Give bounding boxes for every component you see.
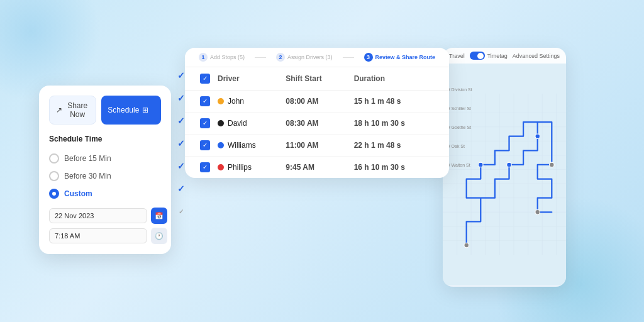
- calendar-icon: 📅: [155, 212, 164, 220]
- step-num-1: 1: [199, 53, 208, 62]
- map-route-svg: [443, 64, 566, 285]
- map-toggle[interactable]: Timetag: [470, 52, 508, 60]
- check-item-7: ✓: [171, 200, 191, 223]
- step-label-1: Add Stops (5): [210, 54, 245, 60]
- svg-point-23: [535, 210, 540, 215]
- row3-name: Williams: [228, 141, 256, 150]
- share-now-button[interactable]: ↗ Share Now: [49, 96, 96, 125]
- step-1: 1 Add Stops (5): [199, 53, 245, 62]
- schedule-card: ↗ Share Now Schedule ⊞ Schedule Time Bef…: [39, 86, 171, 254]
- street-label-3: W Goethe St: [446, 125, 471, 130]
- checkmark-5: ✓: [177, 161, 185, 171]
- radio-label-before30: Before 30 Min: [64, 172, 111, 180]
- toggle-thumb: [477, 53, 484, 59]
- row1-dot: [218, 98, 224, 104]
- radio-circle-custom: [49, 189, 59, 199]
- time-input-row: 🕐: [49, 228, 161, 244]
- svg-point-21: [479, 162, 484, 167]
- table-row[interactable]: David 08:30 AM 18 h 10 m 30 s: [185, 113, 449, 135]
- checkmark-7: ✓: [179, 208, 184, 215]
- row3-check-cell: [195, 140, 215, 150]
- header-check-cell: [195, 74, 215, 84]
- check-item-6: ✓: [171, 177, 191, 200]
- clock-icon: 🕐: [155, 232, 164, 240]
- step-3: 3 Review & Share Route: [364, 53, 436, 62]
- steps-bar: 1 Add Stops (5) 2 Assign Drivers (3) 3 R…: [185, 48, 449, 67]
- row1-name: John: [228, 97, 244, 106]
- svg-point-18: [464, 243, 469, 248]
- row2-duration: 18 h 10 m 30 s: [354, 119, 439, 128]
- row2-checkbox[interactable]: [200, 118, 210, 128]
- calendar-button[interactable]: 📅: [151, 208, 167, 224]
- share-icon: ↗: [56, 106, 62, 114]
- header-checkbox[interactable]: [200, 74, 210, 84]
- step-num-3: 3: [364, 53, 373, 62]
- svg-point-19: [507, 162, 512, 167]
- date-input-row: 📅: [49, 208, 161, 224]
- row3-checkbox[interactable]: [200, 140, 210, 150]
- street-label-2: W Schiller St: [446, 106, 471, 111]
- toggle-track: [470, 52, 485, 60]
- radio-before15[interactable]: Before 15 Min: [49, 150, 161, 167]
- col-header-shift: Shift Start: [286, 74, 353, 83]
- step-connector-1: [255, 57, 266, 58]
- radio-label-custom: Custom: [64, 189, 92, 198]
- row3-dot: [218, 142, 224, 148]
- schedule-button[interactable]: Schedule ⊞: [101, 96, 161, 125]
- time-input[interactable]: [49, 228, 147, 243]
- street-label-5: W Walton St: [446, 163, 470, 167]
- row4-name: Phillips: [228, 163, 252, 172]
- travel-label: Travel: [449, 53, 465, 59]
- checkmark-2: ✓: [177, 93, 185, 103]
- table-header: Driver Shift Start Duration: [185, 67, 449, 91]
- schedule-label: Schedule: [108, 106, 139, 114]
- clock-button[interactable]: 🕐: [151, 228, 167, 244]
- step-label-3: Review & Share Route: [375, 54, 436, 60]
- main-container: ↗ Share Now Schedule ⊞ Schedule Time Bef…: [39, 35, 605, 287]
- radio-label-before15: Before 15 Min: [64, 154, 111, 163]
- checkmark-6: ✓: [177, 184, 185, 194]
- step-label-2: Assign Drivers (3): [287, 54, 333, 60]
- row4-dot: [218, 164, 224, 170]
- share-label: Share Now: [65, 101, 89, 119]
- row3-shift: 11:00 AM: [286, 141, 353, 150]
- table-row[interactable]: Williams 11:00 AM 22 h 1 m 48 s: [185, 135, 449, 157]
- row1-checkbox[interactable]: [200, 96, 210, 106]
- toggle-label: Timetag: [487, 53, 508, 59]
- svg-point-22: [550, 162, 555, 167]
- table-card: 1 Add Stops (5) 2 Assign Drivers (3) 3 R…: [185, 48, 449, 178]
- row3-duration: 22 h 1 m 48 s: [354, 141, 439, 150]
- row2-dot: [218, 120, 224, 126]
- row1-driver: John: [215, 97, 286, 106]
- table-row[interactable]: Phillips 9:45 AM 16 h 10 m 30 s: [185, 157, 449, 178]
- advanced-settings-label[interactable]: Advanced Settings: [513, 53, 560, 59]
- row4-driver: Phillips: [215, 163, 286, 172]
- schedule-time-title: Schedule Time: [49, 135, 161, 143]
- card-buttons: ↗ Share Now Schedule ⊞: [49, 96, 161, 125]
- step-2: 2 Assign Drivers (3): [276, 53, 333, 62]
- checkmark-4: ✓: [177, 138, 185, 148]
- row4-shift: 9:45 AM: [286, 163, 353, 172]
- table-row[interactable]: John 08:00 AM 15 h 1 m 48 s: [185, 91, 449, 113]
- row2-shift: 08:30 AM: [286, 119, 353, 128]
- row4-check-cell: [195, 162, 215, 172]
- street-label-1: W Division St: [446, 87, 472, 92]
- date-input[interactable]: [49, 208, 147, 223]
- col-header-duration: Duration: [354, 74, 439, 83]
- map-top-bar: Travel Timetag Advanced Settings: [443, 48, 566, 64]
- col-header-driver: Driver: [215, 74, 286, 83]
- row4-checkbox[interactable]: [200, 162, 210, 172]
- checkmark-1: ✓: [177, 70, 185, 80]
- radio-before30[interactable]: Before 30 Min: [49, 167, 161, 185]
- radio-circle-before30: [49, 171, 59, 181]
- row3-driver: Williams: [215, 141, 286, 150]
- row2-check-cell: [195, 118, 215, 128]
- radio-custom[interactable]: Custom: [49, 185, 161, 203]
- row1-shift: 08:00 AM: [286, 97, 353, 106]
- row1-check-cell: [195, 96, 215, 106]
- panels-row: ✓ ✓ ✓ ✓ ✓ ✓ ✓ 1 Add Stops (5) 2 Assign D…: [171, 35, 566, 287]
- row2-driver: David: [215, 119, 286, 128]
- step-num-2: 2: [276, 53, 285, 62]
- row4-duration: 16 h 10 m 30 s: [354, 163, 439, 172]
- svg-point-20: [535, 134, 540, 139]
